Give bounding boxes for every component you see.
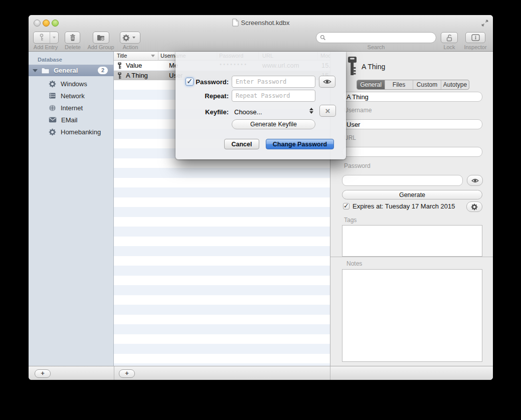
toolbar: Add Entry Delete Add Group <box>29 30 493 52</box>
sidebar-group-label: General <box>54 67 78 74</box>
lock-label: Lock <box>443 44 455 50</box>
keyfile-popup-value[interactable]: Choose... <box>234 108 262 116</box>
inspector-label: Inspector <box>464 44 486 50</box>
action-button[interactable] <box>120 32 140 44</box>
sidebar-item-windows[interactable]: Windows <box>29 78 114 90</box>
dialog-keyfile-label: Keyfile: <box>181 108 229 116</box>
dialog-repeat-label: Repeat: <box>181 92 229 100</box>
delete-button[interactable] <box>65 32 80 44</box>
show-password-button[interactable] <box>467 175 483 186</box>
column-header-title[interactable]: Title <box>117 53 127 59</box>
sidebar-item-homebanking[interactable]: Homebanking <box>29 126 114 138</box>
sidebar-item-email[interactable]: EMail <box>29 114 114 126</box>
tab-files[interactable]: Files <box>385 80 413 89</box>
username-field[interactable] <box>342 119 482 129</box>
notes-input[interactable] <box>342 269 482 362</box>
delete-label: Delete <box>65 44 81 50</box>
inspector-split-divider[interactable] <box>330 257 493 257</box>
key-icon <box>117 72 122 79</box>
sidebar-section-header: Database <box>38 57 62 63</box>
inspector-entry-title: A Thing <box>362 63 385 71</box>
sidebar-item-label: Windows <box>61 80 87 88</box>
sidebar-group-general[interactable]: General 2 <box>29 65 114 76</box>
sidebar-item-label: Network <box>61 92 85 100</box>
password-field[interactable] <box>342 175 463 186</box>
entry-title: Value <box>126 62 142 69</box>
gear-icon <box>49 128 56 136</box>
tab-autotype[interactable]: Autotype <box>441 80 469 89</box>
add-entry-dropdown[interactable] <box>50 37 58 39</box>
tab-general[interactable]: General <box>357 80 385 89</box>
window-title: Screenshot.kdbx <box>241 19 290 27</box>
gear-icon <box>49 80 56 88</box>
add-group-label: Add Group <box>87 44 114 50</box>
trash-icon <box>69 34 76 42</box>
gear-icon <box>471 203 478 211</box>
expires-settings-button[interactable] <box>466 201 482 212</box>
folder-plus-icon <box>97 34 105 42</box>
lock-open-icon <box>446 34 453 42</box>
search-field[interactable] <box>316 32 436 43</box>
screen: Screenshot.kdbx Add <box>0 0 521 420</box>
search-label: Search <box>368 44 385 50</box>
generate-keyfile-button[interactable]: Generate Keyfile <box>232 119 315 129</box>
sidebar-item-label: Internet <box>61 104 83 112</box>
sort-indicator-icon <box>151 55 155 57</box>
eye-icon <box>471 178 479 183</box>
url-field[interactable] <box>342 147 482 157</box>
fullscreen-icon[interactable] <box>481 19 489 27</box>
inspector-button[interactable] <box>465 32 485 43</box>
key-icon <box>38 34 45 42</box>
sidebar-item-internet[interactable]: Internet <box>29 102 114 114</box>
add-entry-label: Add Entry <box>34 44 58 50</box>
server-icon <box>49 92 56 99</box>
gear-icon <box>122 34 130 42</box>
generate-password-button[interactable]: Generate <box>342 190 482 199</box>
clear-keyfile-button[interactable]: × <box>319 105 336 117</box>
cancel-button[interactable]: Cancel <box>224 139 259 149</box>
chevron-down-icon <box>53 37 56 39</box>
sidebar-item-label: Homebanking <box>61 128 101 136</box>
group-count-badge: 2 <box>98 67 108 74</box>
sidebar-item-label: EMail <box>61 116 78 124</box>
app-window: Screenshot.kdbx Add <box>29 15 493 380</box>
add-entry-footer-button[interactable]: + <box>119 369 135 378</box>
username-label: Username <box>344 107 372 114</box>
title-field[interactable] <box>342 92 482 102</box>
dialog-password-label: Password: <box>181 78 229 86</box>
chevron-down-icon <box>132 37 135 39</box>
search-icon <box>320 35 326 41</box>
search-input[interactable] <box>328 33 436 42</box>
add-group-footer-button[interactable]: + <box>35 369 51 378</box>
lock-button[interactable] <box>441 32 458 43</box>
change-password-button[interactable]: Change Password <box>266 139 334 149</box>
document-icon <box>232 19 239 27</box>
inspector-panel: A Thing General Files Custom Autotype Us… <box>330 52 493 366</box>
action-label: Action <box>123 44 138 50</box>
show-password-button[interactable] <box>319 76 335 88</box>
window-title-area: Screenshot.kdbx <box>29 15 493 30</box>
key-icon <box>117 62 122 69</box>
keyfile-popup-stepper-icon[interactable] <box>309 108 313 114</box>
disclosure-triangle-icon[interactable] <box>33 69 38 72</box>
expires-checkbox[interactable]: ✓ <box>343 203 350 209</box>
globe-icon <box>49 104 56 112</box>
password-label: Password <box>344 162 371 169</box>
sidebar: Database General 2 Windows <box>29 52 114 366</box>
entry-title: A Thing <box>126 72 148 79</box>
close-icon: × <box>325 107 330 115</box>
footer-bar: + + <box>29 366 493 380</box>
tab-custom[interactable]: Custom <box>413 80 441 89</box>
tags-input[interactable] <box>342 225 482 257</box>
sidebar-item-network[interactable]: Network <box>29 90 114 102</box>
eye-icon <box>323 79 331 85</box>
envelope-icon <box>49 117 57 123</box>
add-entry-button[interactable] <box>33 32 59 44</box>
repeat-password-input[interactable] <box>232 90 315 102</box>
add-group-button[interactable] <box>93 32 109 44</box>
info-icon <box>471 34 480 41</box>
new-password-input[interactable] <box>232 76 315 88</box>
tags-label: Tags <box>344 217 357 224</box>
notes-label: Notes <box>346 260 362 267</box>
folder-icon <box>41 67 50 74</box>
